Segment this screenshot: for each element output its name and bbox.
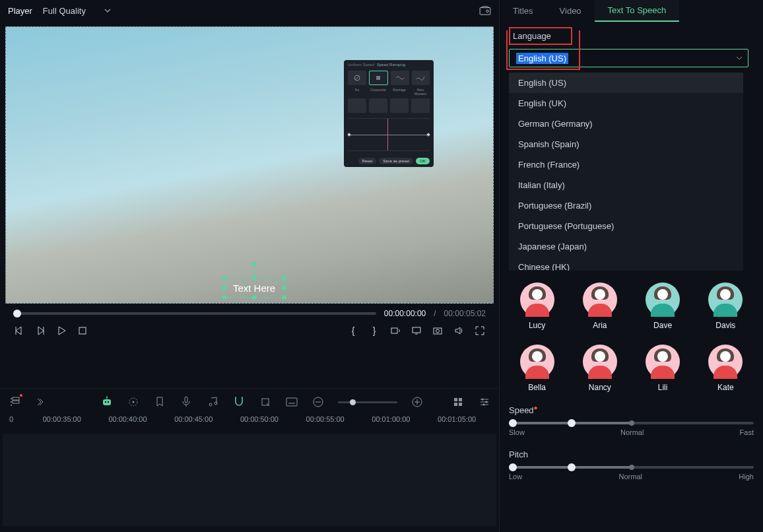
speed-opt-8[interactable] xyxy=(411,98,430,113)
speed-min-label: Slow xyxy=(509,428,525,436)
display-button[interactable] xyxy=(411,325,422,337)
crop-icon[interactable] xyxy=(259,395,272,409)
settings-sliders-icon[interactable] xyxy=(478,395,491,409)
voice-name: Davis xyxy=(715,321,735,330)
voice-option[interactable]: Kate xyxy=(698,345,754,392)
language-option[interactable]: German (Germany) xyxy=(509,114,743,134)
voice-name: Bella xyxy=(528,383,546,392)
svg-point-46 xyxy=(483,404,485,406)
grid-view-icon[interactable] xyxy=(451,395,465,409)
speed-opt-5[interactable] xyxy=(348,98,366,113)
music-note-icon[interactable] xyxy=(206,395,219,409)
overlay-save-preset-button[interactable]: Save as preset xyxy=(379,158,413,164)
timeline-ruler[interactable]: 0 00:00:35:00 00:00:40:00 00:00:45:00 00… xyxy=(0,415,499,434)
video-preview[interactable]: Uniform Speed Speed Ramping No Customize… xyxy=(5,26,494,304)
svg-rect-40 xyxy=(459,403,462,406)
marker-dashed-icon[interactable] xyxy=(127,395,140,409)
pitch-max-label: High xyxy=(739,473,754,481)
language-option[interactable]: Chinese (HK) xyxy=(509,257,743,271)
prev-frame-button[interactable] xyxy=(13,325,25,337)
speed-graph[interactable] xyxy=(348,118,430,151)
voice-option[interactable]: Bella xyxy=(509,345,565,392)
voice-option[interactable]: Lucy xyxy=(509,283,565,330)
avatar xyxy=(520,283,554,317)
avatar xyxy=(583,283,617,317)
speed-opt-6[interactable] xyxy=(369,98,387,113)
speed-max-label: Fast xyxy=(740,428,754,436)
speed-opt-customize[interactable] xyxy=(369,71,389,85)
bookmark-icon[interactable] xyxy=(153,395,166,409)
svg-point-18 xyxy=(105,401,106,403)
scrub-bar[interactable] xyxy=(13,312,376,315)
speed-opt-none[interactable] xyxy=(348,71,366,85)
overlay-tab-ramping[interactable]: Speed Ramping xyxy=(377,63,405,67)
volume-button[interactable] xyxy=(453,325,465,337)
voice-option[interactable]: Davis xyxy=(698,283,754,330)
speed-opt-montage[interactable] xyxy=(391,71,409,85)
voice-option[interactable]: Aria xyxy=(572,283,628,330)
quality-value: Full Quality xyxy=(43,6,86,16)
expand-icon[interactable] xyxy=(34,395,48,409)
fullscreen-button[interactable] xyxy=(474,325,486,337)
language-dropdown[interactable]: English (US) English (UK) German (German… xyxy=(509,73,743,271)
speed-slider[interactable] xyxy=(509,422,754,424)
snapshot-icon[interactable] xyxy=(479,6,491,15)
zoom-in-icon[interactable] xyxy=(411,395,424,409)
ai-robot-icon[interactable] xyxy=(100,395,114,409)
language-option[interactable]: Spanish (Spain) xyxy=(509,134,743,154)
magnet-icon[interactable] xyxy=(232,395,246,409)
pitch-slider[interactable] xyxy=(509,466,754,469)
microphone-icon[interactable] xyxy=(180,395,193,409)
language-option[interactable]: Portuguese (Portuguese) xyxy=(509,216,743,236)
caption-icon[interactable] xyxy=(285,395,298,409)
overlay-reset-button[interactable]: Reset xyxy=(358,158,377,164)
language-option[interactable]: English (UK) xyxy=(509,93,743,114)
language-option[interactable]: Japanese (Japan) xyxy=(509,236,743,257)
language-select[interactable]: English (US) xyxy=(509,49,748,67)
svg-rect-17 xyxy=(103,399,111,405)
quality-dropdown[interactable]: Full Quality xyxy=(43,6,111,16)
svg-rect-39 xyxy=(454,403,457,406)
text-overlay-box[interactable]: Text Here xyxy=(224,278,284,298)
svg-point-44 xyxy=(482,399,484,401)
zoom-slider[interactable] xyxy=(338,401,397,403)
pitch-label: Pitch xyxy=(509,449,754,459)
scrub-head[interactable] xyxy=(13,310,21,317)
overlay-tab-uniform[interactable]: Uniform Speed xyxy=(348,63,374,67)
snapshot-button[interactable] xyxy=(432,325,444,337)
speed-opt-hero[interactable] xyxy=(412,71,430,85)
language-option[interactable]: French (France) xyxy=(509,154,743,175)
overlay-ok-button[interactable]: OK xyxy=(416,158,430,164)
pitch-min-label: Low xyxy=(509,473,522,481)
next-frame-button[interactable] xyxy=(34,325,46,337)
speed-mid-label: Normal xyxy=(620,428,644,436)
avatar xyxy=(708,345,743,379)
voice-name: Dave xyxy=(653,321,672,330)
tab-video[interactable]: Video xyxy=(547,0,595,22)
language-option[interactable]: Portuguese (Brazil) xyxy=(509,195,743,216)
voice-option[interactable]: Lili xyxy=(635,345,691,392)
language-option[interactable]: Italian (Italy) xyxy=(509,175,743,195)
speed-overlay-panel: Uniform Speed Speed Ramping No Customize… xyxy=(344,60,434,167)
avatar xyxy=(583,345,617,379)
mark-out-button[interactable]: } xyxy=(368,325,380,337)
language-selected-value: English (US) xyxy=(516,53,568,64)
tab-text-to-speech[interactable]: Text To Speech xyxy=(595,0,680,22)
language-option[interactable]: English (US) xyxy=(509,73,743,93)
timeline-options-icon[interactable] xyxy=(8,395,21,409)
svg-point-25 xyxy=(209,403,212,406)
svg-rect-9 xyxy=(79,327,86,334)
svg-rect-38 xyxy=(459,398,462,401)
zoom-out-icon[interactable] xyxy=(312,395,325,409)
speed-opt-7[interactable] xyxy=(390,98,409,113)
voice-option[interactable]: Dave xyxy=(635,283,691,330)
timeline-tracks[interactable] xyxy=(3,434,496,526)
stop-button[interactable] xyxy=(77,325,88,337)
voice-option[interactable]: Nancy xyxy=(572,345,628,392)
svg-rect-37 xyxy=(454,398,457,401)
play-button[interactable] xyxy=(55,325,67,337)
aspect-ratio-button[interactable] xyxy=(389,325,401,337)
svg-rect-16 xyxy=(13,401,19,403)
tab-titles[interactable]: Titles xyxy=(500,0,547,22)
mark-in-button[interactable]: { xyxy=(347,325,359,337)
